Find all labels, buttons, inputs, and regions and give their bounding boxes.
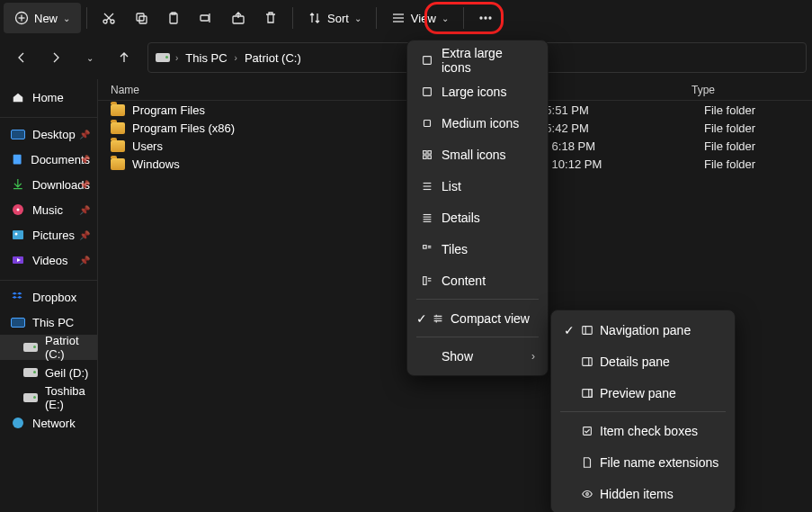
drive-icon — [156, 50, 170, 65]
separator — [292, 7, 293, 29]
svg-point-22 — [17, 209, 20, 211]
plus-icon — [14, 11, 29, 25]
view-menu: Extra large iconsLarge iconsMedium icons… — [406, 40, 549, 376]
view-option[interactable]: Extra large icons — [411, 44, 544, 76]
column-type[interactable]: Type — [692, 84, 799, 96]
nav-videos[interactable]: Videos📌 — [0, 247, 97, 273]
svg-rect-27 — [424, 56, 432, 64]
ellipsis-icon — [478, 11, 493, 25]
dropbox-icon — [11, 290, 25, 304]
svg-rect-47 — [583, 326, 593, 334]
chevron-down-icon: ⌄ — [442, 13, 449, 23]
svg-rect-32 — [424, 155, 427, 158]
chevron-down-icon: ⌄ — [63, 13, 70, 23]
nav-drive-c[interactable]: Patriot (C:) — [0, 335, 97, 360]
nav-network[interactable]: Network — [0, 410, 97, 436]
eye-icon — [580, 488, 594, 500]
folder-icon — [111, 140, 125, 152]
svg-point-19 — [489, 17, 491, 19]
view-compact[interactable]: ✓ Compact view — [411, 302, 544, 334]
nav-drive-d[interactable]: Geil (D:) — [0, 360, 97, 385]
menu-separator — [416, 299, 539, 300]
svg-rect-33 — [428, 155, 432, 158]
chevron-down-icon: ⌄ — [86, 53, 94, 63]
trash-icon — [263, 11, 278, 25]
show-navigation-pane[interactable]: ✓ Navigation pane — [555, 314, 731, 346]
svg-rect-23 — [13, 230, 23, 239]
breadcrumb-item[interactable]: This PC — [183, 51, 228, 65]
show-details-pane[interactable]: Details pane — [555, 346, 731, 377]
delete-button[interactable] — [254, 3, 287, 33]
svg-rect-52 — [589, 389, 593, 397]
network-icon — [11, 416, 25, 430]
view-show[interactable]: Show › — [411, 340, 544, 372]
nav-music[interactable]: Music📌 — [0, 197, 97, 222]
view-option[interactable]: Large icons — [411, 76, 544, 107]
show-preview-pane[interactable]: Preview pane — [555, 377, 731, 409]
cut-button[interactable] — [93, 3, 125, 33]
pictures-icon — [11, 228, 25, 242]
svg-rect-53 — [584, 427, 592, 435]
show-file-extensions[interactable]: File name extensions — [555, 446, 731, 478]
paste-button[interactable] — [157, 3, 190, 33]
navigation-pane: Home Desktop📌 Documents📌 Downloads📌 Musi… — [0, 79, 98, 512]
svg-point-24 — [15, 233, 18, 236]
home-icon — [11, 90, 25, 104]
pin-icon: 📌 — [79, 130, 90, 139]
more-button[interactable] — [469, 3, 502, 33]
copy-button[interactable] — [125, 3, 157, 33]
desktop-icon — [11, 127, 25, 141]
nav-this-pc[interactable]: This PC — [0, 310, 97, 335]
view-option[interactable]: Small icons — [411, 139, 544, 170]
documents-icon — [11, 152, 23, 166]
nav-pane-icon — [580, 324, 594, 337]
layout-icon — [420, 148, 434, 161]
svg-rect-41 — [424, 245, 427, 248]
view-option[interactable]: Medium icons — [411, 107, 544, 139]
details-pane-icon — [580, 355, 594, 368]
chevron-down-icon: ⌄ — [354, 13, 361, 23]
forward-button[interactable] — [40, 43, 72, 72]
sort-icon — [308, 11, 322, 25]
nav-quick-access: Desktop📌 Documents📌 Downloads📌 Music📌 Pi… — [0, 118, 97, 281]
svg-point-26 — [13, 418, 23, 428]
videos-icon — [11, 253, 25, 267]
share-button[interactable] — [222, 3, 254, 33]
check-icon: ✓ — [415, 311, 429, 326]
monitor-icon — [11, 315, 25, 329]
svg-rect-31 — [428, 150, 432, 154]
view-option[interactable]: Tiles — [411, 233, 544, 265]
separator — [86, 7, 87, 29]
layout-icon — [420, 85, 434, 98]
nav-downloads[interactable]: Downloads📌 — [0, 172, 97, 197]
breadcrumb-item[interactable]: Patriot (C:) — [243, 51, 303, 65]
preview-pane-icon — [580, 387, 594, 400]
nav-home[interactable]: Home — [0, 85, 97, 110]
up-button[interactable] — [108, 43, 140, 72]
new-button[interactable]: New ⌄ — [4, 3, 81, 33]
chevron-right-icon: › — [235, 53, 237, 63]
show-item-checkboxes[interactable]: Item check boxes — [555, 415, 731, 446]
recent-button[interactable]: ⌄ — [74, 43, 106, 72]
view-option[interactable]: List — [411, 170, 544, 202]
nav-documents[interactable]: Documents📌 — [0, 147, 97, 172]
back-button[interactable] — [5, 43, 38, 72]
view-icon — [391, 11, 406, 25]
rename-button[interactable] — [190, 3, 222, 33]
pin-icon: 📌 — [79, 205, 90, 215]
separator — [376, 7, 377, 29]
svg-rect-30 — [424, 150, 427, 154]
drive-icon — [23, 340, 38, 355]
nav-dropbox[interactable]: Dropbox — [0, 284, 97, 310]
folder-icon — [111, 158, 125, 170]
show-hidden-items[interactable]: Hidden items — [555, 478, 731, 509]
nav-pictures[interactable]: Pictures📌 — [0, 222, 97, 247]
layout-icon — [420, 274, 434, 287]
view-option[interactable]: Content — [411, 265, 544, 296]
view-option[interactable]: Details — [411, 202, 544, 233]
layout-icon — [420, 54, 434, 67]
nav-desktop[interactable]: Desktop📌 — [0, 121, 97, 147]
nav-drive-e[interactable]: Toshiba (E:) — [0, 385, 97, 410]
sort-button[interactable]: Sort ⌄ — [299, 3, 370, 33]
view-button[interactable]: View ⌄ — [382, 3, 458, 33]
